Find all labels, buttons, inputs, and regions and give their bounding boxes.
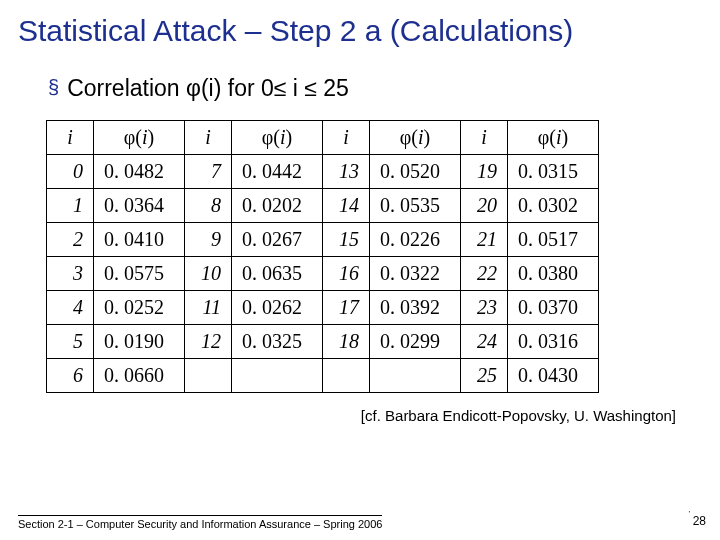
cell-i: 18 [323,324,370,358]
cell-i: 2 [47,222,94,256]
subtitle-phi: φ(i) [186,75,221,101]
header-i-0: i [47,120,94,154]
cell-phi: 0. 0442 [232,154,323,188]
cell-phi: 0. 0226 [370,222,461,256]
cell-phi: 0. 0410 [94,222,185,256]
footer-tick: ' [688,509,690,518]
cell-empty [323,358,370,392]
cell-phi: 0. 0430 [508,358,599,392]
table-row: 6 0. 0660 25 0. 0430 [47,358,599,392]
cell-i: 16 [323,256,370,290]
cell-phi: 0. 0517 [508,222,599,256]
header-phi-3: φ(i) [508,120,599,154]
cell-i: 10 [185,256,232,290]
cell-phi: 0. 0660 [94,358,185,392]
cell-phi: 0. 0325 [232,324,323,358]
cell-i: 5 [47,324,94,358]
cell-phi: 0. 0575 [94,256,185,290]
cell-phi: 0. 0202 [232,188,323,222]
cell-i: 25 [461,358,508,392]
slide-title: Statistical Attack – Step 2 a (Calculati… [0,0,720,55]
cell-i: 1 [47,188,94,222]
table-header-row: i φ(i) i φ(i) i φ(i) i φ(i) [47,120,599,154]
slide: Statistical Attack – Step 2 a (Calculati… [0,0,720,540]
cell-phi: 0. 0482 [94,154,185,188]
cell-i: 24 [461,324,508,358]
table-row: 4 0. 0252 11 0. 0262 17 0. 0392 23 0. 03… [47,290,599,324]
cell-i: 4 [47,290,94,324]
cell-phi: 0. 0262 [232,290,323,324]
bullet-icon: § [48,76,59,99]
cell-phi: 0. 0635 [232,256,323,290]
cell-i: 6 [47,358,94,392]
cell-i: 13 [323,154,370,188]
page-number: 28 [693,514,706,528]
table-row: 2 0. 0410 9 0. 0267 15 0. 0226 21 0. 051… [47,222,599,256]
cell-phi: 0. 0299 [370,324,461,358]
cell-phi: 0. 0380 [508,256,599,290]
cell-phi: 0. 0535 [370,188,461,222]
cell-i: 22 [461,256,508,290]
cell-phi: 0. 0267 [232,222,323,256]
cell-phi: 0. 0392 [370,290,461,324]
credit-line: [cf. Barbara Endicott-Popovsky, U. Washi… [0,393,720,424]
header-i-2: i [323,120,370,154]
cell-phi: 0. 0252 [94,290,185,324]
header-i-1: i [185,120,232,154]
header-i-3: i [461,120,508,154]
cell-i: 14 [323,188,370,222]
subtitle-text-suffix: for 0≤ i ≤ 25 [221,75,349,101]
header-phi-0: φ(i) [94,120,185,154]
header-phi-1: φ(i) [232,120,323,154]
cell-phi: 0. 0190 [94,324,185,358]
cell-phi: 0. 0322 [370,256,461,290]
cell-phi: 0. 0315 [508,154,599,188]
cell-i: 23 [461,290,508,324]
slide-subtitle: §Correlation φ(i) for 0≤ i ≤ 25 [0,55,720,120]
cell-i: 11 [185,290,232,324]
cell-i: 7 [185,154,232,188]
subtitle-text-prefix: Correlation [67,75,186,101]
cell-i: 20 [461,188,508,222]
cell-i: 9 [185,222,232,256]
cell-i: 12 [185,324,232,358]
cell-i: 0 [47,154,94,188]
cell-phi: 0. 0520 [370,154,461,188]
cell-phi: 0. 0302 [508,188,599,222]
table-row: 5 0. 0190 12 0. 0325 18 0. 0299 24 0. 03… [47,324,599,358]
correlation-table: i φ(i) i φ(i) i φ(i) i φ(i) 0 0. 0482 7 … [46,120,599,393]
footer-text: Section 2-1 – Computer Security and Info… [18,515,382,530]
table-row: 0 0. 0482 7 0. 0442 13 0. 0520 19 0. 031… [47,154,599,188]
cell-empty [232,358,323,392]
table-row: 3 0. 0575 10 0. 0635 16 0. 0322 22 0. 03… [47,256,599,290]
cell-phi: 0. 0316 [508,324,599,358]
cell-phi: 0. 0364 [94,188,185,222]
cell-i: 17 [323,290,370,324]
cell-phi: 0. 0370 [508,290,599,324]
header-phi-2: φ(i) [370,120,461,154]
cell-empty [185,358,232,392]
cell-i: 3 [47,256,94,290]
cell-i: 21 [461,222,508,256]
correlation-table-wrap: i φ(i) i φ(i) i φ(i) i φ(i) 0 0. 0482 7 … [0,120,720,393]
cell-i: 8 [185,188,232,222]
cell-empty [370,358,461,392]
cell-i: 15 [323,222,370,256]
cell-i: 19 [461,154,508,188]
table-row: 1 0. 0364 8 0. 0202 14 0. 0535 20 0. 030… [47,188,599,222]
